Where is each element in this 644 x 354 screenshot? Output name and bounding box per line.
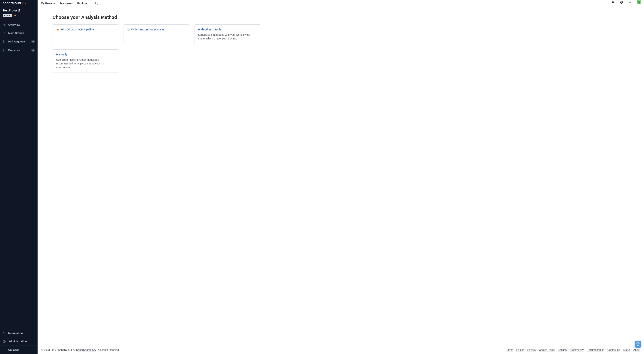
privacy-shield-button[interactable]	[634, 341, 641, 347]
svg-point-8	[3, 42, 4, 43]
project-name: TestProject1	[3, 9, 35, 12]
svg-point-23	[128, 28, 130, 31]
analysis-method-cards: With GitLab CI/CD Pipeline With Amazon C…	[52, 25, 629, 73]
company-link[interactable]: SonarSource SA	[76, 348, 96, 352]
project-header: TestProject1 PUBLIC	[0, 7, 38, 19]
brand-name: sonarcloud	[3, 1, 21, 5]
count-badge: 0	[31, 40, 35, 43]
card-description: SonarCloud integrates with your workflow…	[198, 33, 257, 41]
card-link[interactable]: With Amazon CodeCatalyst	[131, 28, 165, 31]
svg-rect-2	[4, 25, 5, 26]
topbar-right	[611, 0, 640, 4]
notifications-icon[interactable]	[611, 1, 615, 4]
sonarcloud-icon	[22, 2, 26, 5]
collapse-button[interactable]: Collapse	[0, 346, 38, 354]
content: Choose your Analysis Method With GitLab …	[38, 7, 644, 346]
sidebar-item-main-branch[interactable]: Main Branch	[0, 29, 38, 37]
nav-explore[interactable]: Explore	[77, 2, 87, 5]
footer-link-terms[interactable]: Terms	[506, 348, 513, 352]
svg-point-11	[3, 51, 4, 51]
sidebar-item-label: Pull Requests	[8, 40, 28, 43]
arrow-left-icon	[3, 348, 6, 351]
visibility-badge: PUBLIC	[3, 14, 12, 17]
footer-link-docs[interactable]: Documentation	[587, 348, 604, 352]
sidebar-bottom: Information Administration	[0, 329, 38, 345]
sidebar-item-branches[interactable]: Branches 0	[0, 46, 38, 55]
sidebar-item-label: Main Branch	[8, 32, 35, 35]
branch-main-icon	[3, 32, 6, 35]
svg-line-19	[97, 4, 98, 4]
count-badge: 0	[31, 49, 35, 52]
plus-icon[interactable]	[628, 1, 632, 4]
nav-my-projects[interactable]: My Projects	[41, 2, 56, 5]
footer-link-pricing[interactable]: Pricing	[516, 348, 524, 352]
svg-point-18	[96, 2, 97, 4]
brand-logo[interactable]: sonarcloud	[0, 0, 38, 7]
svg-point-5	[4, 34, 4, 34]
branches-icon	[3, 49, 6, 52]
codecatalyst-icon	[127, 28, 130, 31]
footer-link-contact[interactable]: Contact us	[608, 348, 620, 352]
page-title: Choose your Analysis Method	[52, 15, 629, 20]
info-icon	[3, 332, 6, 335]
shield-check-icon	[636, 342, 640, 346]
svg-rect-1	[4, 24, 5, 25]
copyright-prefix: © 2008-2023, SonarCloud by	[41, 348, 76, 351]
svg-point-10	[3, 49, 4, 50]
sidebar: sonarcloud TestProject1 PUBLIC Overview	[0, 0, 38, 354]
main: My Projects My Issues Explore Choose you…	[38, 0, 644, 354]
sidebar-item-label: Administration	[8, 340, 35, 343]
card-link[interactable]: With other CI tools	[198, 28, 221, 31]
footer-link-cookie[interactable]: Cookie Policy	[539, 348, 555, 352]
topnav: My Projects My Issues Explore	[41, 0, 98, 6]
footer-link-about[interactable]: About	[633, 348, 640, 352]
svg-point-12	[5, 50, 5, 50]
sidebar-item-overview[interactable]: Overview	[0, 21, 38, 29]
pull-request-icon	[3, 40, 6, 43]
nav-my-issues[interactable]: My Issues	[60, 2, 73, 5]
sidebar-item-label: Collapse	[8, 348, 35, 351]
copyright-suffix: . All rights reserved.	[96, 348, 120, 351]
svg-point-16	[4, 341, 4, 342]
help-icon[interactable]	[620, 1, 623, 4]
card-other-ci[interactable]: With other CI tools SonarCloud integrate…	[194, 25, 260, 44]
sidebar-item-label: Overview	[8, 23, 35, 26]
gear-icon	[3, 340, 6, 343]
sidebar-item-label: Branches	[8, 49, 28, 52]
footer: © 2008-2023, SonarCloud by SonarSource S…	[38, 346, 644, 354]
sidebar-item-administration[interactable]: Administration	[0, 337, 38, 345]
card-manual[interactable]: Manually Use this for testing. Other mod…	[52, 50, 118, 73]
gitlab-icon	[56, 28, 59, 31]
dashboard-icon	[3, 23, 6, 26]
card-gitlab[interactable]: With GitLab CI/CD Pipeline	[52, 25, 118, 44]
card-description: Use this for testing. Other modes are re…	[56, 58, 115, 69]
topbar: My Projects My Issues Explore	[38, 0, 644, 7]
sidebar-nav: Overview Main Branch Pull Requests 0 Bra…	[0, 19, 38, 56]
footer-link-community[interactable]: Community	[570, 348, 584, 352]
search-icon[interactable]	[95, 1, 98, 6]
card-link[interactable]: With GitLab CI/CD Pipeline	[60, 28, 94, 31]
sidebar-item-information[interactable]: Information	[0, 329, 38, 337]
sidebar-item-pull-requests[interactable]: Pull Requests 0	[0, 37, 38, 46]
sidebar-collapse-row: Collapse	[0, 345, 38, 354]
svg-point-4	[4, 32, 4, 33]
star-icon[interactable]	[14, 14, 16, 17]
footer-link-privacy[interactable]: Privacy	[527, 348, 536, 352]
footer-link-security[interactable]: Security	[558, 348, 568, 352]
card-aws-codecatalyst[interactable]: With Amazon CodeCatalyst	[124, 25, 189, 44]
svg-rect-3	[3, 25, 4, 26]
avatar[interactable]	[637, 1, 640, 4]
svg-point-7	[3, 40, 4, 41]
svg-rect-0	[3, 24, 4, 25]
card-link[interactable]: Manually	[56, 53, 68, 56]
footer-link-status[interactable]: Status	[623, 348, 630, 352]
svg-point-9	[5, 42, 5, 43]
sidebar-item-label: Information	[8, 332, 35, 335]
